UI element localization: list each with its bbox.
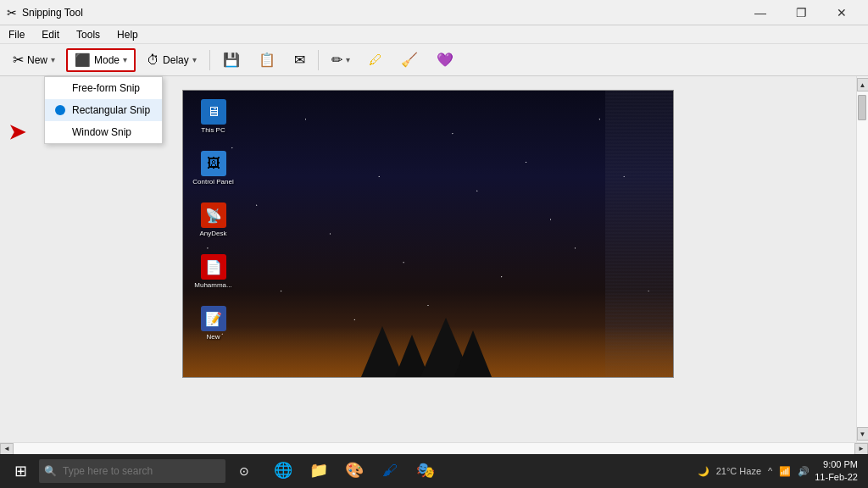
vertical-scrollbar[interactable]: ▲ ▼ — [856, 76, 868, 442]
clock-time: 9:00 PM — [815, 458, 858, 471]
title-bar-controls: — ❐ ✕ — [741, 0, 861, 25]
delay-icon: ⏱ — [147, 53, 159, 67]
menu-file[interactable]: File — [3, 27, 30, 42]
moon-icon: 🌙 — [698, 466, 709, 477]
window-label: Window Snip — [72, 126, 131, 138]
mode-dropdown: Free-form Snip Rectangular Snip Window S… — [44, 76, 163, 144]
color-picker-button[interactable]: 💜 — [429, 48, 461, 72]
delay-button[interactable]: ⏱ Delay ▾ — [139, 48, 204, 72]
taskview-button[interactable]: ⊙ — [227, 454, 261, 488]
h-scroll-track — [14, 443, 854, 454]
horizontal-scrollbar[interactable]: ◄ ► — [0, 442, 868, 454]
snip-preview: 🖥 This PC 🖼 Control Panel 📡 AnyDesk 📄 Mu… — [182, 90, 674, 378]
toolbar: ✂ New ▾ ⬛ Mode ▾ ⏱ Delay ▾ 💾 📋 ✉ ✏ ▾ 🖊 🧹 — [0, 44, 868, 76]
icon-new-doc: 📝 New — [190, 306, 236, 341]
icon-this-pc: 🖥 This PC — [190, 99, 236, 134]
new-label: New — [27, 54, 47, 66]
clock-display[interactable]: 9:00 PM 11-Feb-22 — [815, 458, 858, 485]
app-icon: ✂ — [7, 6, 17, 19]
rectangular-check — [55, 105, 65, 115]
scroll-right-button[interactable]: ► — [854, 443, 868, 455]
taskview-icon: ⊙ — [239, 464, 249, 478]
icon-pdf: 📄 Muhamma... — [190, 254, 236, 289]
icon-anydesk: 📡 AnyDesk — [190, 202, 236, 237]
system-tray: 🌙 21°C Haze ^ 📶 🔊 — [698, 466, 810, 477]
speaker-icon[interactable]: 🔊 — [798, 466, 810, 477]
color-picker-icon: 💜 — [437, 52, 453, 68]
mode-item-rectangular[interactable]: Rectangular Snip — [45, 99, 162, 121]
app-chrome[interactable]: 🌐 — [266, 454, 300, 488]
pen-button[interactable]: ✏ ▾ — [324, 48, 358, 72]
app-illustrator[interactable]: 🎨 — [337, 454, 371, 488]
separator-2 — [318, 50, 319, 70]
email-button[interactable]: ✉ — [287, 48, 313, 72]
pen-dropdown-arrow: ▾ — [346, 55, 350, 64]
eraser-icon: 🧹 — [401, 52, 418, 68]
scroll-up-button[interactable]: ▲ — [857, 78, 869, 92]
tree-silhouettes — [353, 318, 505, 377]
app-animate[interactable]: 🎭 — [409, 454, 442, 488]
mode-item-window[interactable]: Window Snip — [45, 121, 162, 143]
separator-1 — [209, 50, 210, 70]
search-wrapper: 🔍 — [39, 459, 225, 483]
mode-button[interactable]: ⬛ Mode ▾ — [66, 48, 136, 72]
scroll-track — [857, 92, 868, 427]
restore-button[interactable]: ❐ — [782, 0, 821, 25]
new-dropdown-arrow: ▾ — [51, 55, 55, 64]
rectangular-label: Rectangular Snip — [72, 104, 150, 116]
menu-help[interactable]: Help — [112, 27, 143, 42]
new-icon: ✂ — [13, 52, 24, 68]
chevron-up-icon[interactable]: ^ — [768, 466, 772, 476]
menu-edit[interactable]: Edit — [36, 27, 64, 42]
temperature-label: 21°C Haze — [716, 466, 761, 476]
clock-date: 11-Feb-22 — [815, 471, 858, 484]
mode-label: Mode — [94, 54, 120, 66]
save-icon: 💾 — [223, 52, 240, 68]
delay-dropdown-arrow: ▾ — [192, 55, 197, 64]
scroll-thumb[interactable] — [858, 95, 866, 120]
start-icon: ⊞ — [14, 462, 27, 480]
save-button[interactable]: 💾 — [215, 48, 248, 72]
taskbar: ⊞ 🔍 ⊙ 🌐 📁 🎨 🖌 🎭 🌙 21°C Haze ^ 📶 🔊 9:00 P… — [0, 454, 868, 488]
taskbar-left: ⊞ 🔍 ⊙ 🌐 📁 🎨 🖌 🎭 — [3, 454, 442, 488]
close-button[interactable]: ✕ — [822, 0, 861, 25]
taskbar-apps: 🌐 📁 🎨 🖌 🎭 — [266, 454, 442, 488]
app-explorer[interactable]: 📁 — [302, 454, 336, 488]
mode-item-freeform[interactable]: Free-form Snip — [45, 77, 162, 99]
icon-control-panel: 🖼 Control Panel — [190, 151, 236, 186]
copy-icon: 📋 — [259, 52, 275, 68]
tree-4 — [454, 330, 492, 377]
menu-tools[interactable]: Tools — [71, 27, 105, 42]
mode-icon: ⬛ — [75, 53, 91, 68]
desktop-icons-preview: 🖥 This PC 🖼 Control Panel 📡 AnyDesk 📄 Mu… — [190, 99, 236, 341]
network-icon: 📶 — [779, 466, 791, 477]
app-photoshop[interactable]: 🖌 — [373, 454, 407, 488]
app-title: Snipping Tool — [22, 7, 83, 19]
highlighter-icon: 🖊 — [369, 53, 382, 68]
email-icon: ✉ — [294, 52, 305, 68]
new-button[interactable]: ✂ New ▾ — [5, 48, 63, 72]
freeform-label: Free-form Snip — [72, 82, 140, 94]
minimize-button[interactable]: — — [741, 0, 780, 25]
scroll-down-button[interactable]: ▼ — [857, 427, 869, 441]
scroll-left-button[interactable]: ◄ — [0, 443, 14, 455]
title-bar: ✂ Snipping Tool — ❐ ✕ — [0, 0, 868, 25]
search-input[interactable] — [39, 459, 225, 483]
copy-button[interactable]: 📋 — [251, 48, 283, 72]
taskbar-right: 🌙 21°C Haze ^ 📶 🔊 9:00 PM 11-Feb-22 — [698, 458, 865, 485]
start-button[interactable]: ⊞ — [3, 454, 37, 488]
eraser-button[interactable]: 🧹 — [393, 48, 426, 72]
highlighter-button[interactable]: 🖊 — [361, 48, 390, 72]
pen-icon: ✏ — [331, 52, 342, 68]
menu-bar: File Edit Tools Help — [0, 25, 868, 44]
delay-label: Delay — [163, 54, 189, 66]
mode-dropdown-arrow: ▾ — [123, 55, 127, 64]
title-bar-left: ✂ Snipping Tool — [7, 6, 83, 19]
